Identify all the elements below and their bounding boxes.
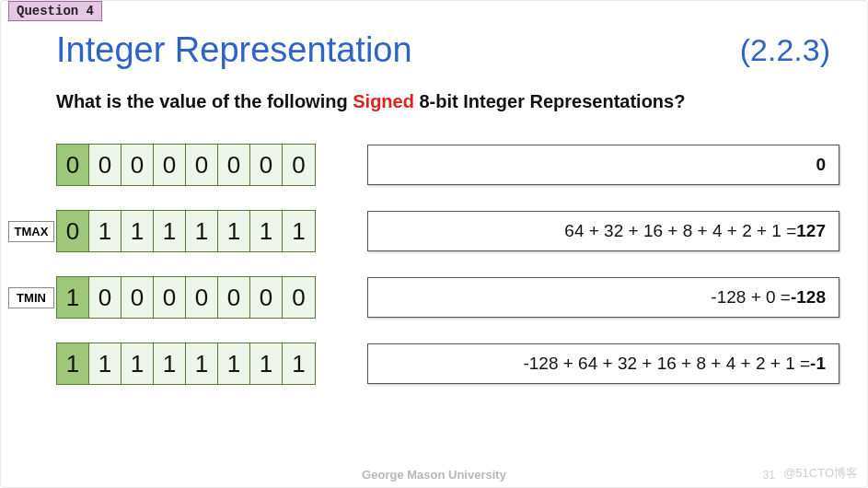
bit-cells: 10000000 <box>56 276 316 319</box>
bit-cell: 0 <box>283 277 315 318</box>
bit-cell: 1 <box>283 343 315 384</box>
row-label: TMAX <box>8 221 54 242</box>
answer-result: -128 <box>791 287 826 308</box>
bit-cell: 0 <box>250 277 283 318</box>
answer-box: 64 + 32 + 16 + 8 + 4 + 2 + 1 = 127 <box>367 211 839 251</box>
bit-row: 000000000 <box>8 144 839 186</box>
bit-cell: 0 <box>186 145 218 185</box>
bit-cell: 0 <box>218 145 250 185</box>
bit-cell: 1 <box>283 211 315 251</box>
answer-calc: 64 + 32 + 16 + 8 + 4 + 2 + 1 = <box>564 221 796 241</box>
question-text: What is the value of the following Signe… <box>56 91 830 112</box>
header: Integer Representation (2.2.3) <box>56 30 830 70</box>
answer-box: -128 + 64 + 32 + 16 + 8 + 4 + 2 + 1 = -1 <box>367 343 839 384</box>
page-number: 31 <box>763 469 775 482</box>
sign-bit-cell: 1 <box>57 277 89 318</box>
bit-cell: 0 <box>122 277 154 318</box>
answer-box: 0 <box>367 145 839 185</box>
bit-cells: 00000000 <box>56 144 316 186</box>
answer-box: -128 + 0 = -128 <box>367 277 839 318</box>
bit-cell: 0 <box>89 145 122 185</box>
bit-cell: 0 <box>89 277 122 318</box>
bit-cell: 1 <box>250 343 283 384</box>
bit-cell: 0 <box>122 145 154 185</box>
bit-row: 11111111-128 + 64 + 32 + 16 + 8 + 4 + 2 … <box>8 343 839 385</box>
bit-cells: 01111111 <box>56 210 316 252</box>
bit-cell: 1 <box>89 211 122 251</box>
bit-row: TMAX0111111164 + 32 + 16 + 8 + 4 + 2 + 1… <box>8 210 839 252</box>
answer-calc: -128 + 64 + 32 + 16 + 8 + 4 + 2 + 1 = <box>523 354 810 374</box>
bit-cell: 1 <box>218 343 250 384</box>
bit-cell: 1 <box>154 211 186 251</box>
question-signed: Signed <box>353 91 414 111</box>
question-pre: What is the value of the following <box>56 91 353 111</box>
page-title: Integer Representation <box>56 30 412 70</box>
question-post: 8-bit Integer Representations? <box>414 91 686 111</box>
rows-container: 000000000TMAX0111111164 + 32 + 16 + 8 + … <box>8 144 839 409</box>
question-tag: Question 4 <box>8 1 102 21</box>
answer-result: -1 <box>810 354 826 374</box>
bit-cells: 11111111 <box>56 343 316 385</box>
bit-cell: 0 <box>218 277 250 318</box>
sign-bit-cell: 0 <box>57 145 89 185</box>
bit-cell: 0 <box>250 145 283 185</box>
bit-cell: 0 <box>154 145 186 185</box>
bit-cell: 1 <box>186 343 218 384</box>
bit-cell: 0 <box>186 277 218 318</box>
bit-cell: 1 <box>122 343 154 384</box>
bit-cell: 1 <box>89 343 122 384</box>
bit-cell: 0 <box>283 145 315 185</box>
watermark: @51CTO博客 <box>783 465 858 482</box>
answer-result: 0 <box>816 155 826 175</box>
bit-cell: 0 <box>154 277 186 318</box>
answer-calc: -128 + 0 = <box>711 287 791 308</box>
bit-cell: 1 <box>186 211 218 251</box>
footer-university: George Mason University <box>1 468 867 482</box>
answer-result: 127 <box>796 221 826 241</box>
bit-row: TMIN10000000-128 + 0 = -128 <box>8 276 839 319</box>
bit-cell: 1 <box>218 211 250 251</box>
sign-bit-cell: 0 <box>57 211 89 251</box>
section-number: (2.2.3) <box>740 32 830 68</box>
sign-bit-cell: 1 <box>57 343 89 384</box>
bit-cell: 1 <box>250 211 283 251</box>
bit-cell: 1 <box>122 211 154 251</box>
bit-cell: 1 <box>154 343 186 384</box>
row-label: TMIN <box>8 287 54 308</box>
